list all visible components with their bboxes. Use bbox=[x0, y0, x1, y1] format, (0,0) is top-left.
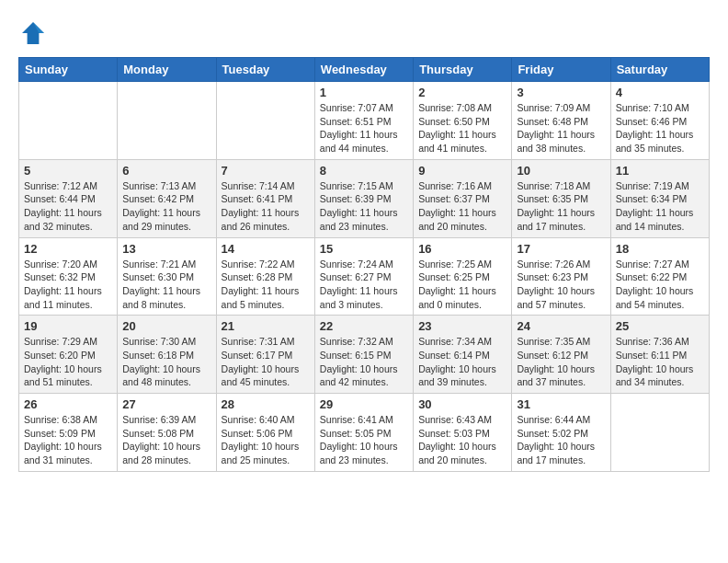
day-number: 1 bbox=[320, 86, 408, 99]
day-info: Sunrise: 7:26 AM Sunset: 6:23 PM Dayligh… bbox=[517, 258, 605, 312]
day-number: 26 bbox=[24, 397, 112, 411]
day-info: Sunrise: 7:10 AM Sunset: 6:46 PM Dayligh… bbox=[616, 101, 704, 155]
logo-icon bbox=[18, 18, 48, 48]
day-number: 3 bbox=[517, 86, 605, 99]
weekday-header-tuesday: Tuesday bbox=[216, 58, 314, 82]
calendar-cell: 29Sunrise: 6:41 AM Sunset: 5:05 PM Dayli… bbox=[314, 394, 413, 472]
day-info: Sunrise: 7:07 AM Sunset: 6:51 PM Dayligh… bbox=[320, 101, 408, 155]
calendar-cell: 8Sunrise: 7:15 AM Sunset: 6:39 PM Daylig… bbox=[314, 159, 413, 237]
day-info: Sunrise: 7:21 AM Sunset: 6:30 PM Dayligh… bbox=[122, 258, 210, 312]
calendar-cell: 17Sunrise: 7:26 AM Sunset: 6:23 PM Dayli… bbox=[512, 237, 610, 316]
header bbox=[18, 18, 710, 48]
calendar-cell: 9Sunrise: 7:16 AM Sunset: 6:37 PM Daylig… bbox=[414, 159, 512, 237]
calendar-cell: 26Sunrise: 6:38 AM Sunset: 5:09 PM Dayli… bbox=[19, 394, 118, 472]
calendar-cell: 1Sunrise: 7:07 AM Sunset: 6:51 PM Daylig… bbox=[314, 82, 413, 160]
calendar-cell: 24Sunrise: 7:35 AM Sunset: 6:12 PM Dayli… bbox=[512, 316, 610, 394]
calendar-cell bbox=[19, 82, 118, 160]
day-number: 11 bbox=[616, 164, 704, 178]
day-number: 31 bbox=[517, 397, 605, 411]
day-info: Sunrise: 7:35 AM Sunset: 6:12 PM Dayligh… bbox=[517, 335, 605, 389]
calendar-cell: 12Sunrise: 7:20 AM Sunset: 6:32 PM Dayli… bbox=[19, 237, 118, 316]
day-info: Sunrise: 7:31 AM Sunset: 6:17 PM Dayligh… bbox=[222, 335, 310, 389]
day-number: 9 bbox=[418, 164, 506, 178]
day-info: Sunrise: 7:34 AM Sunset: 6:14 PM Dayligh… bbox=[418, 335, 506, 389]
calendar-cell: 28Sunrise: 6:40 AM Sunset: 5:06 PM Dayli… bbox=[216, 394, 314, 472]
day-number: 29 bbox=[320, 397, 408, 411]
calendar-cell: 5Sunrise: 7:12 AM Sunset: 6:44 PM Daylig… bbox=[19, 159, 118, 237]
day-info: Sunrise: 7:15 AM Sunset: 6:39 PM Dayligh… bbox=[320, 179, 408, 234]
day-info: Sunrise: 7:27 AM Sunset: 6:22 PM Dayligh… bbox=[616, 258, 704, 312]
day-number: 4 bbox=[616, 86, 704, 99]
calendar-cell: 10Sunrise: 7:18 AM Sunset: 6:35 PM Dayli… bbox=[512, 159, 610, 237]
day-info: Sunrise: 7:16 AM Sunset: 6:37 PM Dayligh… bbox=[418, 179, 506, 234]
day-info: Sunrise: 7:32 AM Sunset: 6:15 PM Dayligh… bbox=[320, 335, 408, 389]
calendar-cell: 27Sunrise: 6:39 AM Sunset: 5:08 PM Dayli… bbox=[118, 394, 216, 472]
day-info: Sunrise: 7:08 AM Sunset: 6:50 PM Dayligh… bbox=[418, 101, 506, 155]
day-number: 8 bbox=[320, 164, 408, 178]
calendar-cell: 22Sunrise: 7:32 AM Sunset: 6:15 PM Dayli… bbox=[314, 316, 413, 394]
calendar-cell: 3Sunrise: 7:09 AM Sunset: 6:48 PM Daylig… bbox=[512, 82, 610, 160]
weekday-header-wednesday: Wednesday bbox=[314, 58, 413, 82]
day-info: Sunrise: 6:40 AM Sunset: 5:06 PM Dayligh… bbox=[222, 413, 310, 467]
day-info: Sunrise: 7:20 AM Sunset: 6:32 PM Dayligh… bbox=[24, 258, 112, 312]
day-info: Sunrise: 7:30 AM Sunset: 6:18 PM Dayligh… bbox=[122, 335, 210, 389]
calendar-cell: 2Sunrise: 7:08 AM Sunset: 6:50 PM Daylig… bbox=[414, 82, 512, 160]
calendar-cell: 30Sunrise: 6:43 AM Sunset: 5:03 PM Dayli… bbox=[414, 394, 512, 472]
calendar-cell: 6Sunrise: 7:13 AM Sunset: 6:42 PM Daylig… bbox=[118, 159, 216, 237]
day-number: 5 bbox=[24, 164, 112, 178]
day-number: 16 bbox=[418, 242, 506, 256]
calendar-cell: 31Sunrise: 6:44 AM Sunset: 5:02 PM Dayli… bbox=[512, 394, 610, 472]
calendar-cell: 11Sunrise: 7:19 AM Sunset: 6:34 PM Dayli… bbox=[610, 159, 709, 237]
logo bbox=[18, 18, 51, 48]
day-info: Sunrise: 7:29 AM Sunset: 6:20 PM Dayligh… bbox=[24, 335, 112, 389]
calendar-cell: 7Sunrise: 7:14 AM Sunset: 6:41 PM Daylig… bbox=[216, 159, 314, 237]
week-row-4: 19Sunrise: 7:29 AM Sunset: 6:20 PM Dayli… bbox=[19, 316, 710, 394]
day-number: 7 bbox=[222, 164, 310, 178]
day-number: 15 bbox=[320, 242, 408, 256]
day-info: Sunrise: 7:36 AM Sunset: 6:11 PM Dayligh… bbox=[616, 335, 704, 389]
calendar-cell: 14Sunrise: 7:22 AM Sunset: 6:28 PM Dayli… bbox=[216, 237, 314, 316]
week-row-5: 26Sunrise: 6:38 AM Sunset: 5:09 PM Dayli… bbox=[19, 394, 710, 472]
day-number: 2 bbox=[418, 86, 506, 99]
week-row-3: 12Sunrise: 7:20 AM Sunset: 6:32 PM Dayli… bbox=[19, 237, 710, 316]
day-number: 14 bbox=[222, 242, 310, 256]
calendar-cell bbox=[118, 82, 216, 160]
calendar-cell bbox=[610, 394, 709, 472]
calendar-cell: 13Sunrise: 7:21 AM Sunset: 6:30 PM Dayli… bbox=[118, 237, 216, 316]
day-info: Sunrise: 7:22 AM Sunset: 6:28 PM Dayligh… bbox=[222, 258, 310, 312]
calendar-table: SundayMondayTuesdayWednesdayThursdayFrid… bbox=[18, 57, 710, 472]
day-info: Sunrise: 7:12 AM Sunset: 6:44 PM Dayligh… bbox=[24, 179, 112, 234]
day-info: Sunrise: 7:25 AM Sunset: 6:25 PM Dayligh… bbox=[418, 258, 506, 312]
calendar-cell: 25Sunrise: 7:36 AM Sunset: 6:11 PM Dayli… bbox=[610, 316, 709, 394]
day-info: Sunrise: 7:14 AM Sunset: 6:41 PM Dayligh… bbox=[222, 179, 310, 234]
day-number: 21 bbox=[222, 319, 310, 333]
day-number: 6 bbox=[122, 164, 210, 178]
day-number: 24 bbox=[517, 319, 605, 333]
day-number: 18 bbox=[616, 242, 704, 256]
calendar-cell: 4Sunrise: 7:10 AM Sunset: 6:46 PM Daylig… bbox=[610, 82, 709, 160]
day-number: 12 bbox=[24, 242, 112, 256]
weekday-header-monday: Monday bbox=[118, 58, 216, 82]
calendar-cell: 23Sunrise: 7:34 AM Sunset: 6:14 PM Dayli… bbox=[414, 316, 512, 394]
calendar-cell: 18Sunrise: 7:27 AM Sunset: 6:22 PM Dayli… bbox=[610, 237, 709, 316]
page: SundayMondayTuesdayWednesdayThursdayFrid… bbox=[0, 0, 728, 481]
weekday-header-saturday: Saturday bbox=[610, 58, 709, 82]
day-info: Sunrise: 7:18 AM Sunset: 6:35 PM Dayligh… bbox=[517, 179, 605, 234]
day-info: Sunrise: 7:13 AM Sunset: 6:42 PM Dayligh… bbox=[122, 179, 210, 234]
day-info: Sunrise: 7:09 AM Sunset: 6:48 PM Dayligh… bbox=[517, 101, 605, 155]
day-info: Sunrise: 6:41 AM Sunset: 5:05 PM Dayligh… bbox=[320, 413, 408, 467]
day-info: Sunrise: 6:38 AM Sunset: 5:09 PM Dayligh… bbox=[24, 413, 112, 467]
day-number: 19 bbox=[24, 319, 112, 333]
calendar-cell: 16Sunrise: 7:25 AM Sunset: 6:25 PM Dayli… bbox=[414, 237, 512, 316]
weekday-header-friday: Friday bbox=[512, 58, 610, 82]
day-number: 17 bbox=[517, 242, 605, 256]
calendar-cell: 15Sunrise: 7:24 AM Sunset: 6:27 PM Dayli… bbox=[314, 237, 413, 316]
day-info: Sunrise: 6:39 AM Sunset: 5:08 PM Dayligh… bbox=[122, 413, 210, 467]
week-row-2: 5Sunrise: 7:12 AM Sunset: 6:44 PM Daylig… bbox=[19, 159, 710, 237]
calendar-cell: 20Sunrise: 7:30 AM Sunset: 6:18 PM Dayli… bbox=[118, 316, 216, 394]
day-number: 27 bbox=[122, 397, 210, 411]
day-info: Sunrise: 6:44 AM Sunset: 5:02 PM Dayligh… bbox=[517, 413, 605, 467]
day-number: 13 bbox=[122, 242, 210, 256]
day-number: 28 bbox=[222, 397, 310, 411]
day-info: Sunrise: 7:19 AM Sunset: 6:34 PM Dayligh… bbox=[616, 179, 704, 234]
